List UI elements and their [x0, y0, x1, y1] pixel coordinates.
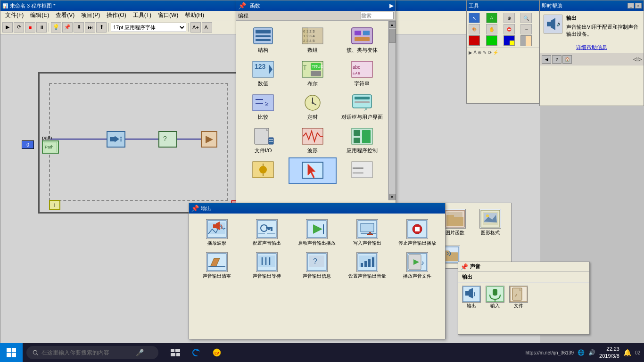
toolbar-run-cont[interactable]: ⟳	[14, 22, 24, 33]
block-sound-read[interactable]	[107, 131, 125, 148]
tool-color[interactable]: 🎨	[469, 24, 480, 34]
func-string[interactable]: abc a A fi 字符串	[338, 57, 386, 90]
help-nav-fwd[interactable]: ?	[552, 55, 561, 64]
menu-operate[interactable]: 操作(O)	[104, 10, 129, 20]
font-selector[interactable]: 17pt 应用程序字体	[111, 23, 186, 32]
help-nav-back[interactable]: ◀	[542, 55, 551, 64]
output-titlebar: 📌 输出	[189, 203, 445, 214]
toolbar-text-size[interactable]: A+	[190, 22, 201, 33]
help-close[interactable]: ×	[635, 3, 642, 8]
func-extra2[interactable]	[289, 157, 337, 184]
func-extra1[interactable]	[239, 157, 288, 184]
panel-arrow-right[interactable]: ▶	[389, 2, 394, 9]
taskbar-search-input[interactable]	[41, 349, 136, 356]
output-config-audio[interactable]: 配置声音输出	[243, 217, 291, 248]
toolbar-step-out[interactable]: ⬆	[96, 22, 107, 33]
img-format[interactable]: 图形格式	[474, 207, 508, 238]
toolbar-step-into[interactable]: ⬇	[74, 22, 84, 33]
toolbar-step-over[interactable]: ⏭	[85, 22, 95, 33]
scroll-up[interactable]: ▲	[389, 21, 396, 28]
output-clear-audio-label: 声音输出清零	[203, 273, 231, 280]
notification-icon[interactable]: 🔔	[623, 349, 631, 356]
func-dialog-label: 对话框与用户界面	[341, 114, 383, 121]
taskview-button[interactable]	[166, 343, 185, 362]
block-condition[interactable]: ?	[158, 131, 177, 148]
block-output[interactable]	[201, 131, 217, 148]
svg-rect-73	[266, 227, 272, 229]
tool-scroll[interactable]: ✋	[486, 24, 497, 34]
output-play-waveform[interactable]: 播放波形	[193, 217, 241, 248]
network-icon[interactable]: 🌐	[578, 349, 585, 356]
img-func-label: 图片函数	[446, 230, 464, 236]
toolbar-highlight[interactable]: 💡	[51, 22, 61, 33]
tool-connect[interactable]: ⊕	[504, 13, 515, 23]
scroll-down[interactable]: ▼	[389, 194, 396, 200]
tool-step[interactable]: →	[520, 24, 532, 34]
sound-file-item[interactable]: ♪ 文件	[509, 286, 528, 309]
menu-file[interactable]: 文件(F)	[2, 10, 26, 20]
menu-view[interactable]: 查看(V)	[53, 10, 77, 20]
svg-rect-82	[361, 223, 374, 232]
output-clear-audio[interactable]: 声音输出清零	[193, 250, 241, 281]
func-dialog[interactable]: ↗ 对话框与用户界面	[338, 90, 386, 123]
sound-input-item[interactable]: 输入	[486, 286, 504, 309]
output-write-audio[interactable]: 写入声音输出	[343, 217, 391, 248]
func-struct[interactable]: 结构	[239, 24, 288, 56]
func-array[interactable]: 6 1 2 3 1 2 3 4 2 3 4 5 数组	[289, 24, 337, 56]
func-cluster[interactable]: 簇、类与变体	[338, 24, 386, 56]
help-detail-link[interactable]: 详细帮助信息	[576, 44, 607, 50]
start-button[interactable]	[0, 343, 23, 362]
help-panel: 即时帮助 _ × 🔊 输出 声音输出VI用于配置和控制声音输出设备。 详细帮助信…	[539, 0, 644, 106]
volume-icon[interactable]: 🔊	[588, 349, 595, 356]
path-node[interactable]: Path	[42, 140, 59, 154]
color-swatch-green[interactable]	[486, 35, 497, 46]
tool-probe[interactable]: 🔍	[520, 13, 532, 23]
menu-window[interactable]: 窗口(W)	[155, 10, 181, 20]
edge-button[interactable]	[187, 343, 206, 362]
toolbar-run[interactable]: ▶	[2, 22, 13, 33]
menu-edit[interactable]: 编辑(E)	[27, 10, 52, 20]
func-compare[interactable]: ≥ 比较	[239, 90, 288, 123]
tool-cursor[interactable]: ↖	[469, 13, 480, 23]
color-swatch-blue[interactable]	[504, 35, 515, 46]
sound-output-item[interactable]: 输出	[462, 286, 481, 309]
menu-project[interactable]: 项目(P)	[78, 10, 103, 20]
menu-tools[interactable]: 工具(T)	[130, 10, 154, 20]
scroll-thumb[interactable]	[389, 29, 396, 43]
labview-taskbar-button[interactable]: LV	[207, 343, 226, 362]
toolbar-pause[interactable]: ⏸	[36, 22, 47, 33]
const-zero-value[interactable]: 0	[22, 140, 34, 149]
svg-rect-75	[268, 229, 270, 230]
func-timing[interactable]: 定时	[289, 90, 337, 123]
color-swatch-gradient[interactable]	[520, 35, 532, 46]
func-file[interactable]: 文件I/O	[239, 124, 288, 156]
toolbar-retain[interactable]: 📌	[62, 22, 73, 33]
functions-search[interactable]	[361, 12, 394, 19]
func-extra3[interactable]: ════ ════	[338, 157, 386, 184]
output-wait-audio[interactable]: 声音输出等待	[243, 250, 291, 281]
tool-text[interactable]: A	[486, 13, 497, 23]
func-bool[interactable]: T TRUE 布尔	[289, 57, 337, 90]
help-minimize[interactable]: _	[627, 3, 634, 8]
help-nav-home[interactable]: 🏠	[562, 55, 572, 64]
toolbar-text-dec[interactable]: A-	[202, 22, 212, 33]
output-start-audio[interactable]: 启动声音输出播放	[293, 217, 341, 248]
func-appctrl[interactable]: 应用程序控制	[338, 124, 386, 156]
panel-scrollbar: ▲ ▼	[388, 21, 396, 200]
output-info-audio[interactable]: ? 声音输出信息	[293, 250, 341, 281]
menu-help[interactable]: 帮助(H)	[182, 10, 207, 20]
output-play-file[interactable]: ♪ 播放声音文件	[393, 250, 441, 281]
func-waveform[interactable]: 波形	[289, 124, 337, 156]
tool-breakpoint[interactable]: ⛔	[504, 24, 515, 34]
output-stop-audio[interactable]: 停止声音输出播放	[393, 217, 441, 248]
color-swatch-red[interactable]	[469, 35, 480, 46]
help-nav-prev[interactable]: ◁	[633, 56, 637, 62]
loop-counter[interactable]: i	[49, 200, 60, 210]
output-volume-audio[interactable]: 设置声音输出音量	[343, 250, 391, 281]
mic-icon[interactable]: 🎤	[136, 349, 144, 356]
toolbar-abort[interactable]: ■	[25, 22, 35, 33]
func-numeric[interactable]: 123 数值	[239, 57, 288, 90]
help-nav-next[interactable]: ▷	[638, 56, 642, 62]
clock-date: 2019/3/8	[599, 353, 619, 360]
clock[interactable]: 22:23 2019/3/8	[599, 346, 619, 360]
